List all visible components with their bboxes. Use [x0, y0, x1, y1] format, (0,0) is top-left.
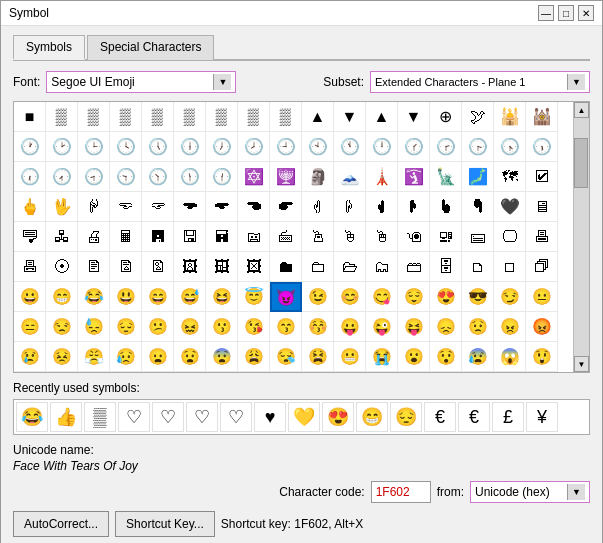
recent-symbol-cell[interactable]: €: [458, 402, 490, 432]
symbol-cell[interactable]: 😓: [78, 312, 110, 342]
symbol-cell[interactable]: 🕥: [142, 162, 174, 192]
symbol-cell[interactable]: 🕓: [110, 132, 142, 162]
symbol-cell[interactable]: ▲: [366, 102, 398, 132]
symbol-cell[interactable]: 🖻: [142, 252, 174, 282]
symbol-cell[interactable]: 🕤: [110, 162, 142, 192]
symbol-cell[interactable]: 🖳: [430, 222, 462, 252]
symbol-cell[interactable]: 🗀: [302, 252, 334, 282]
symbol-cell[interactable]: ▒: [174, 102, 206, 132]
from-dropdown-arrow[interactable]: ▼: [567, 484, 585, 500]
symbol-cell[interactable]: 😕: [142, 312, 174, 342]
symbol-cell[interactable]: 😉: [302, 282, 334, 312]
symbol-cell[interactable]: 😦: [142, 342, 174, 372]
symbol-cell[interactable]: 🖝: [270, 192, 302, 222]
symbol-cell[interactable]: ▒: [78, 102, 110, 132]
symbol-cell[interactable]: 🗂: [366, 252, 398, 282]
symbol-cell[interactable]: 😛: [334, 312, 366, 342]
symbol-cell[interactable]: 🕐: [14, 132, 46, 162]
symbol-cell[interactable]: 🖣: [462, 192, 494, 222]
symbol-cell[interactable]: 🕣: [78, 162, 110, 192]
symbol-cell[interactable]: 😀: [14, 282, 46, 312]
symbol-cell[interactable]: ▲: [302, 102, 334, 132]
symbol-cell[interactable]: 🗻: [334, 162, 366, 192]
recent-symbol-cell[interactable]: €: [424, 402, 456, 432]
symbol-cell[interactable]: 🖬: [206, 222, 238, 252]
symbol-cell[interactable]: 🕘: [270, 132, 302, 162]
char-code-input[interactable]: [371, 481, 431, 503]
symbol-cell[interactable]: 🖟: [334, 192, 366, 222]
symbol-cell[interactable]: 🖞: [302, 192, 334, 222]
symbol-cell[interactable]: 😋: [366, 282, 398, 312]
symbol-cell[interactable]: 🕛: [366, 132, 398, 162]
symbol-cell[interactable]: 😐: [526, 282, 558, 312]
symbol-cell[interactable]: ▒: [142, 102, 174, 132]
symbol-cell[interactable]: 😑: [14, 312, 46, 342]
symbol-cell[interactable]: 🕕: [174, 132, 206, 162]
symbol-cell[interactable]: 🕔: [142, 132, 174, 162]
vertical-scrollbar[interactable]: ▲ ▼: [573, 102, 589, 372]
symbol-cell[interactable]: 🖦: [14, 222, 46, 252]
symbol-cell[interactable]: 🔯: [238, 162, 270, 192]
symbol-cell[interactable]: 😩: [238, 342, 270, 372]
subset-select[interactable]: Extended Characters - Plane 1 ▼: [370, 71, 590, 93]
symbol-cell[interactable]: 🖚: [174, 192, 206, 222]
recent-symbol-cell[interactable]: ♡: [118, 402, 150, 432]
symbol-cell[interactable]: 😏: [494, 282, 526, 312]
symbol-cell[interactable]: 😨: [206, 342, 238, 372]
tab-symbols[interactable]: Symbols: [13, 35, 85, 60]
scroll-up-button[interactable]: ▲: [574, 102, 589, 118]
symbol-cell[interactable]: 😍: [430, 282, 462, 312]
symbol-cell[interactable]: 🗁: [334, 252, 366, 282]
symbol-cell[interactable]: 😃: [110, 282, 142, 312]
tab-special-characters[interactable]: Special Characters: [87, 35, 214, 60]
symbol-cell[interactable]: 😙: [270, 312, 302, 342]
symbol-cell[interactable]: 😡: [526, 312, 558, 342]
symbol-cell[interactable]: 🖪: [142, 222, 174, 252]
symbol-cell[interactable]: 🖾: [238, 252, 270, 282]
symbol-cell[interactable]: 🛐: [398, 162, 430, 192]
symbol-cell[interactable]: 😤: [78, 342, 110, 372]
symbol-cell[interactable]: 🖩: [110, 222, 142, 252]
symbol-cell[interactable]: 🗾: [462, 162, 494, 192]
symbol-cell[interactable]: 🗃: [398, 252, 430, 282]
symbol-cell[interactable]: 🖫: [174, 222, 206, 252]
symbol-cell[interactable]: 🕎: [270, 162, 302, 192]
symbol-cell[interactable]: 😝: [398, 312, 430, 342]
symbol-cell[interactable]: 😚: [302, 312, 334, 342]
symbol-cell[interactable]: 🕢: [46, 162, 78, 192]
symbol-cell[interactable]: ■: [14, 102, 46, 132]
symbol-cell[interactable]: 😔: [110, 312, 142, 342]
recent-symbol-cell[interactable]: ♡: [186, 402, 218, 432]
symbol-cell[interactable]: 😣: [46, 342, 78, 372]
symbol-cell[interactable]: ▒: [206, 102, 238, 132]
recent-symbol-cell[interactable]: ♥: [254, 402, 286, 432]
symbol-cell[interactable]: 🕞: [462, 132, 494, 162]
symbol-cell[interactable]: 😂: [78, 282, 110, 312]
symbol-cell[interactable]: 😬: [334, 342, 366, 372]
recent-symbol-cell[interactable]: ♡: [152, 402, 184, 432]
symbol-cell[interactable]: ▒: [110, 102, 142, 132]
symbol-cell[interactable]: 🖿: [270, 252, 302, 282]
symbol-cell[interactable]: 🕠: [526, 132, 558, 162]
symbol-cell[interactable]: 🕦: [174, 162, 206, 192]
minimize-button[interactable]: —: [538, 5, 554, 21]
symbol-cell[interactable]: 😲: [526, 342, 558, 372]
symbol-cell[interactable]: 🕊: [462, 102, 494, 132]
symbol-cell[interactable]: 🕌: [494, 102, 526, 132]
symbol-cell[interactable]: 🖲: [398, 222, 430, 252]
symbol-cell[interactable]: 🕝: [430, 132, 462, 162]
symbol-cell[interactable]: 😒: [46, 312, 78, 342]
symbol-cell[interactable]: 🖹: [78, 252, 110, 282]
symbol-cell[interactable]: 🕗: [238, 132, 270, 162]
symbol-cell[interactable]: 🖕: [14, 192, 46, 222]
symbol-cell[interactable]: 😱: [494, 342, 526, 372]
subset-dropdown-arrow[interactable]: ▼: [567, 74, 585, 90]
font-dropdown-arrow[interactable]: ▼: [213, 74, 231, 90]
recent-symbol-cell[interactable]: 👍: [50, 402, 82, 432]
recent-symbol-cell[interactable]: 😍: [322, 402, 354, 432]
symbol-cell[interactable]: 🕚: [334, 132, 366, 162]
recent-symbol-cell[interactable]: 😁: [356, 402, 388, 432]
scroll-thumb[interactable]: [574, 138, 588, 188]
symbol-cell[interactable]: 🗆: [494, 252, 526, 282]
symbol-cell[interactable]: 😎: [462, 282, 494, 312]
